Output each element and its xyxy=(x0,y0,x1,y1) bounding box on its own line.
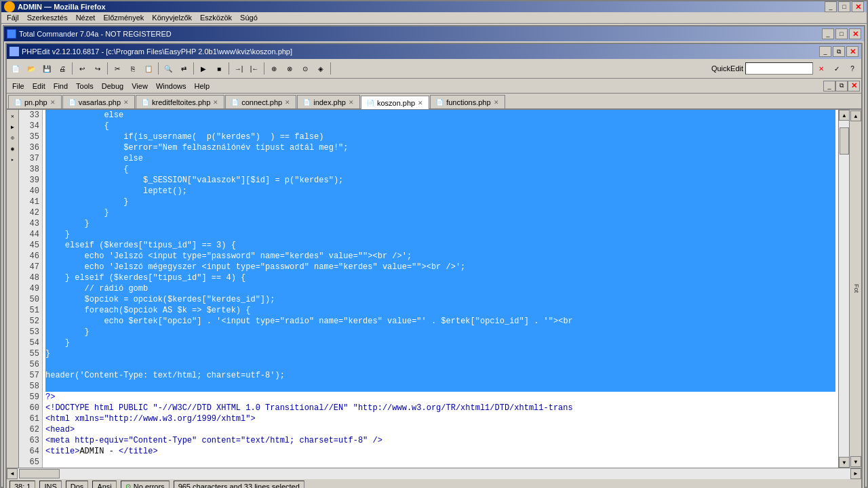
phpedit-restore-button[interactable]: ⧉ xyxy=(833,46,845,57)
tab-close-1[interactable]: ✕ xyxy=(123,99,129,106)
line-numbers: 33 34 35 36 37 38 39 40 41 42 43 44 45 4… xyxy=(19,110,43,468)
tb-indent-btn[interactable]: →| xyxy=(231,61,246,76)
hscrollbar[interactable]: ◀ ▶ xyxy=(7,468,861,479)
vscrollbar[interactable]: ▲ ▼ xyxy=(838,110,849,468)
phpedit-inner-restore[interactable]: ⧉ xyxy=(835,81,848,92)
hscroll-right-btn[interactable]: ▶ xyxy=(850,468,861,479)
phpedit-menu-find[interactable]: Find xyxy=(50,80,72,92)
firefox-title: ADMIN — Mozilla Firefox xyxy=(18,3,825,11)
status-mode: INS xyxy=(39,481,61,489)
tab-close-5[interactable]: ✕ xyxy=(418,100,423,106)
tb-find-btn[interactable]: 🔍 xyxy=(161,61,176,76)
tab-6[interactable]: 📄 functions.php ✕ xyxy=(430,95,505,108)
menu-sugo[interactable]: Súgó xyxy=(236,12,262,23)
right-panel-bottom-btn[interactable]: ▼ xyxy=(850,456,861,467)
tc-maximize-button[interactable]: □ xyxy=(835,28,848,39)
status-encoding: Ansi xyxy=(92,481,116,489)
code-line-63: <meta http-equiv="Content-Type" content=… xyxy=(45,435,835,446)
tab-5[interactable]: 📄 koszon.php ✕ xyxy=(361,96,429,109)
vscroll-track[interactable] xyxy=(839,121,849,457)
hscroll-thumb[interactable] xyxy=(19,469,60,479)
tc-close-button[interactable]: ✕ xyxy=(849,28,861,39)
menu-konyvjelzok[interactable]: Könyvjelzők xyxy=(148,12,196,23)
code-line-51: foreach($opciok AS $k => $ertek) { xyxy=(45,305,835,316)
tab-4[interactable]: 📄 index.php ✕ xyxy=(297,95,360,108)
margin-icon-x[interactable]: ✕ xyxy=(8,111,18,121)
tb-stop-btn[interactable]: ■ xyxy=(212,61,226,76)
phpedit-minimize-button[interactable]: _ xyxy=(819,46,831,57)
ln-61: 61 xyxy=(22,413,39,424)
left-margin: ✕ ▶ ⊙ ◉ ▸ xyxy=(7,110,19,468)
tb-save-btn[interactable]: 💾 xyxy=(39,61,54,76)
margin-icon-1[interactable]: ▶ xyxy=(8,122,18,131)
phpedit-menu-debug[interactable]: Debug xyxy=(98,80,127,92)
code-area[interactable]: 33 34 35 36 37 38 39 40 41 42 43 44 45 4… xyxy=(19,110,838,468)
firefox-window-controls[interactable]: _ □ ✕ xyxy=(825,1,864,12)
tb-paste-btn[interactable]: 📋 xyxy=(141,61,156,76)
tab-2[interactable]: 📄 kreditfeltoites.php ✕ xyxy=(136,95,224,108)
tb-copy-btn[interactable]: ⎘ xyxy=(125,61,140,76)
tb-undo-btn[interactable]: ↩ xyxy=(75,61,90,76)
tab-3[interactable]: 📄 connect.php ✕ xyxy=(225,95,296,108)
tab-1[interactable]: 📄 vasarlas.php ✕ xyxy=(62,95,135,108)
margin-icon-2[interactable]: ⊙ xyxy=(8,133,18,142)
tb-misc3-btn[interactable]: ⊙ xyxy=(298,61,313,76)
tc-window-controls[interactable]: _ □ ✕ xyxy=(822,28,861,39)
quickedit-input[interactable] xyxy=(745,62,813,75)
vscroll-thumb[interactable] xyxy=(840,127,849,155)
vscroll-up-btn[interactable]: ▲ xyxy=(839,110,850,121)
phpedit-menu-help[interactable]: Help xyxy=(191,80,214,92)
tab-0[interactable]: 📄 pn.php ✕ xyxy=(8,95,62,108)
close-button[interactable]: ✕ xyxy=(852,1,864,12)
phpedit-menu-tools[interactable]: Tools xyxy=(72,80,98,92)
phpedit-inner-minimize[interactable]: _ xyxy=(823,81,835,92)
phpedit-inner-close[interactable]: ✕ xyxy=(848,81,860,92)
tab-close-4[interactable]: ✕ xyxy=(349,99,354,106)
tb-misc2-btn[interactable]: ⊗ xyxy=(282,61,297,76)
tab-icon-0: 📄 xyxy=(14,99,22,106)
minimize-button[interactable]: _ xyxy=(825,1,837,12)
phpedit-menu-view[interactable]: View xyxy=(127,80,152,92)
menu-eszkozok[interactable]: Eszközök xyxy=(196,12,236,23)
tc-window: Total Commander 7.04a - NOT REGISTERED _… xyxy=(3,25,865,488)
tb-redo-btn[interactable]: ↪ xyxy=(90,61,105,76)
tab-close-6[interactable]: ✕ xyxy=(494,99,499,106)
tb-cut-btn[interactable]: ✂ xyxy=(110,61,125,76)
phpedit-close-button[interactable]: ✕ xyxy=(846,46,859,57)
quickedit-close-btn[interactable]: ✕ xyxy=(814,61,829,76)
tb-new-btn[interactable]: 📄 xyxy=(8,61,23,76)
quickedit-ok-btn[interactable]: ✓ xyxy=(829,61,844,76)
tab-close-2[interactable]: ✕ xyxy=(213,99,218,106)
menu-elozmenyek[interactable]: Előzmények xyxy=(99,12,148,23)
tb-outdent-btn[interactable]: |← xyxy=(247,61,262,76)
maximize-button[interactable]: □ xyxy=(838,1,850,12)
hscroll-left-btn[interactable]: ◀ xyxy=(7,468,18,479)
tc-minimize-button[interactable]: _ xyxy=(822,28,834,39)
margin-icon-4[interactable]: ▸ xyxy=(8,155,18,164)
hscroll-track[interactable] xyxy=(18,468,850,479)
ln-47: 47 xyxy=(22,262,39,272)
status-selection: 965 characters and 33 lines selected xyxy=(174,481,304,489)
tb-replace-btn[interactable]: ⇄ xyxy=(176,61,191,76)
menu-szerkesztes[interactable]: Szerkesztés xyxy=(23,12,72,23)
phpedit-menu-windows[interactable]: Windows xyxy=(152,80,191,92)
tb-misc1-btn[interactable]: ⊕ xyxy=(267,61,281,76)
phpedit-menu-edit[interactable]: Edit xyxy=(28,80,50,92)
phpedit-menu-file[interactable]: File xyxy=(8,80,28,92)
ln-59: 59 xyxy=(22,392,39,403)
tab-close-0[interactable]: ✕ xyxy=(50,99,56,106)
tab-close-3[interactable]: ✕ xyxy=(285,99,290,106)
menu-fajl[interactable]: Fájl xyxy=(3,12,23,23)
tb-print-btn[interactable]: 🖨 xyxy=(55,61,70,76)
phpedit-window-controls[interactable]: _ ⧉ ✕ xyxy=(819,46,859,57)
tb-open-btn[interactable]: 📂 xyxy=(24,61,39,76)
right-panel-top-btn[interactable]: ▲ xyxy=(850,110,861,121)
margin-icon-3[interactable]: ◉ xyxy=(8,144,18,153)
tb-help-btn[interactable]: ? xyxy=(845,61,860,76)
vscroll-down-btn[interactable]: ▼ xyxy=(839,457,850,468)
tb-debug-btn[interactable]: ▶ xyxy=(196,61,211,76)
menu-nezet[interactable]: Nézet xyxy=(72,12,100,23)
code-editor[interactable]: else { if(is_username( p("kerdes") ) == … xyxy=(43,110,838,468)
tb-misc4-btn[interactable]: ◈ xyxy=(313,61,328,76)
code-line-50: $opciok = opciok($kerdes["kerdes_id"]); xyxy=(45,294,835,305)
